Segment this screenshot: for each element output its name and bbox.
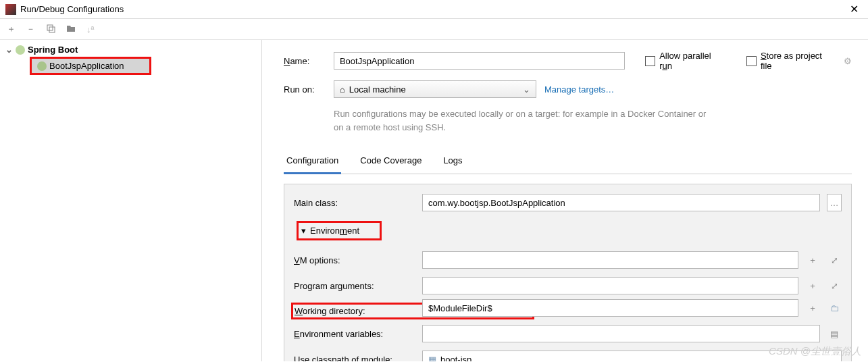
add-icon[interactable]: + <box>805 299 820 317</box>
env-vars-label: Environment variables: <box>294 329 415 339</box>
environment-section-label[interactable]: Environment <box>310 226 359 236</box>
tabs: Configuration Code Coverage Logs <box>284 150 852 174</box>
window-title: Run/Debug Configurations <box>20 4 846 14</box>
home-icon: ⌂ <box>340 84 345 95</box>
add-icon[interactable]: + <box>805 277 820 294</box>
store-project-checkbox[interactable]: Store as project file <box>746 51 836 71</box>
browse-button[interactable]: … <box>827 194 842 211</box>
add-icon[interactable]: ＋ <box>7 23 16 35</box>
tab-configuration[interactable]: Configuration <box>284 150 341 174</box>
expand-icon[interactable]: ⤢ <box>827 277 842 294</box>
gear-icon[interactable]: ⚙ <box>844 56 852 66</box>
allow-parallel-checkbox[interactable]: Allow parallel run <box>645 51 726 71</box>
svg-rect-0 <box>47 25 53 30</box>
config-panel: Main class: … ▾ Environment VM options: … <box>284 184 852 361</box>
spring-icon <box>16 45 25 55</box>
manage-targets-link[interactable]: Manage targets… <box>544 84 614 95</box>
chevron-down-icon: ⌄ <box>5 45 13 55</box>
tab-logs[interactable]: Logs <box>440 150 465 174</box>
chevron-down-icon: ⌄ <box>523 84 530 95</box>
remove-icon[interactable]: － <box>26 23 35 35</box>
tree-item-bootjspapplication[interactable]: BootJspApplication <box>32 59 149 73</box>
add-icon[interactable]: + <box>805 251 820 269</box>
classpath-label: Use classpath of module: <box>294 355 415 362</box>
tree-root-spring-boot[interactable]: ⌄ Spring Boot <box>0 43 261 57</box>
svg-rect-1 <box>49 27 55 32</box>
run-on-hint: Run configurations may be executed local… <box>334 107 712 134</box>
working-dir-label: Working directory: <box>295 306 413 316</box>
tab-code-coverage[interactable]: Code Coverage <box>357 150 424 174</box>
expand-icon[interactable]: ⤢ <box>827 251 842 269</box>
list-icon[interactable]: ▤ <box>827 325 842 342</box>
run-on-select[interactable]: ⌂ Local machine ⌄ <box>334 80 536 98</box>
main-class-label: Main class: <box>294 198 415 208</box>
classpath-select[interactable]: ▦ boot-jsp <box>422 351 842 361</box>
close-icon[interactable]: ✕ <box>846 3 863 16</box>
checkbox-icon <box>645 56 655 66</box>
run-on-label: Run on: <box>284 84 326 95</box>
tree-item-label: BootJspApplication <box>49 61 124 71</box>
toolbar: ＋ － ↓ª <box>0 19 868 40</box>
config-tree: ⌄ Spring Boot BootJspApplication <box>0 40 262 361</box>
working-dir-input[interactable] <box>422 299 798 317</box>
program-args-input[interactable] <box>422 277 798 294</box>
folder-icon[interactable]: 🗀 <box>827 299 842 317</box>
app-icon <box>5 4 16 15</box>
tree-root-label: Spring Boot <box>28 45 78 55</box>
chevron-down-icon[interactable]: ▾ <box>301 226 306 236</box>
main-class-input[interactable] <box>422 194 820 211</box>
program-args-label: Program arguments: <box>294 281 415 291</box>
spring-icon <box>37 61 47 71</box>
name-label: Name: <box>284 56 326 66</box>
vm-options-input[interactable] <box>422 251 798 269</box>
sort-icon[interactable]: ↓ª <box>86 24 94 34</box>
checkbox-icon <box>746 56 757 66</box>
module-icon: ▦ <box>428 355 436 362</box>
copy-icon[interactable] <box>46 24 55 35</box>
classpath-value: boot-jsp <box>440 355 471 362</box>
folder-icon[interactable] <box>66 24 76 35</box>
name-input[interactable] <box>334 52 625 70</box>
run-on-value: Local machine <box>349 84 406 95</box>
env-vars-input[interactable] <box>422 325 820 342</box>
vm-options-label: VM options: <box>294 255 415 265</box>
